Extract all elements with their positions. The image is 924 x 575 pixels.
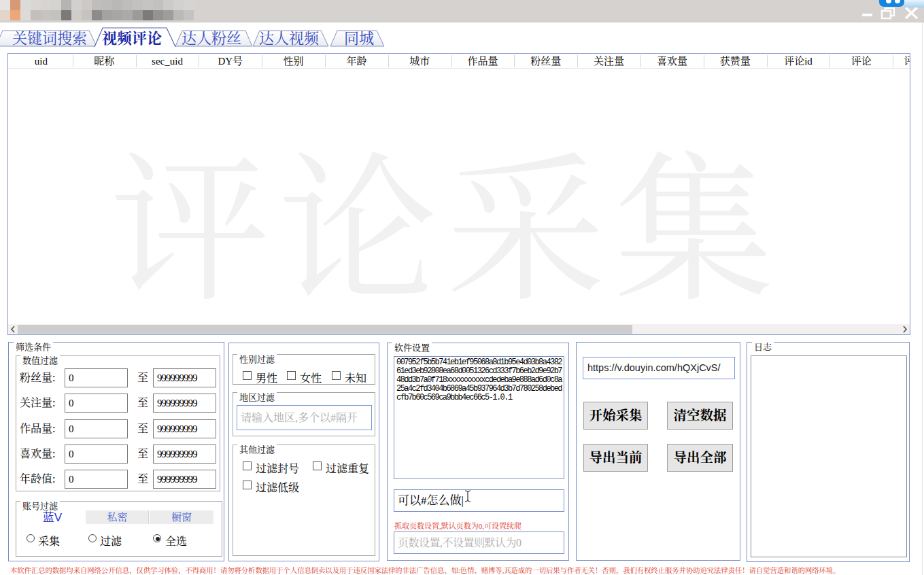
svg-text:关键词搜索: 关键词搜索 bbox=[12, 30, 87, 47]
svg-text:视频评论: 视频评论 bbox=[102, 30, 162, 47]
svg-text:达人粉丝: 达人粉丝 bbox=[182, 30, 241, 47]
svg-text:同城: 同城 bbox=[344, 30, 374, 47]
svg-text:达人视频: 达人视频 bbox=[259, 30, 320, 47]
